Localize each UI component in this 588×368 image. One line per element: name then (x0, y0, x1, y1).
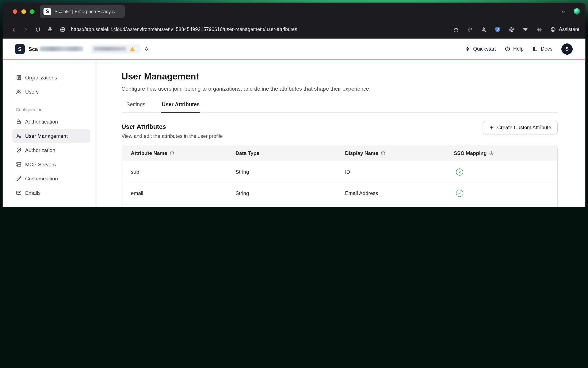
brush-icon (16, 175, 22, 182)
sso-mapping-cell (454, 190, 533, 197)
close-window-button[interactable] (13, 9, 17, 14)
copy-link-icon[interactable] (465, 24, 475, 35)
sidebar-item-authorization[interactable]: Authorization (12, 143, 91, 157)
section-subheading: View and edit the attributes in the user… (122, 133, 223, 139)
sso-mapping-cell (454, 168, 533, 175)
sidebar-section-label: Agent Connect (16, 207, 87, 207)
chevron-down-icon[interactable] (560, 9, 566, 14)
forward-button[interactable] (21, 24, 31, 35)
docs-button[interactable]: Docs (532, 46, 552, 52)
sidebar-item-label: Customization (25, 176, 58, 182)
sidebar-item-organizations[interactable]: Organizations (12, 70, 91, 84)
sidebar-item-label: Authentication (25, 119, 58, 125)
microphone-icon[interactable] (45, 24, 55, 35)
display-name-cell: ID (345, 169, 454, 175)
info-icon[interactable] (381, 151, 386, 156)
users-icon (16, 89, 22, 95)
assistant-icon (550, 26, 556, 32)
plus-icon (489, 125, 494, 130)
environment-name-redacted (94, 47, 126, 51)
book-icon (532, 46, 538, 52)
help-button[interactable]: Help (505, 46, 523, 52)
sidebar-item-authentication[interactable]: Authentication (12, 115, 91, 129)
info-icon[interactable] (169, 151, 174, 156)
main-content: User Management Configure how users join… (96, 60, 586, 207)
attributes-table: Attribute Name Data Type Display Name (122, 145, 558, 207)
scalekit-app: S Sca Quickstart Help (2, 38, 585, 207)
url-text[interactable]: https://app.scalekit.cloud/ws/environmen… (71, 27, 297, 32)
sidebar-item-users[interactable]: Users (12, 84, 91, 99)
back-button[interactable] (9, 24, 19, 35)
screen: S Scalekit | Enterprise Ready A https://… (0, 0, 588, 207)
page-title: User Management (122, 71, 558, 82)
sidebar-item-label: User Management (25, 133, 68, 139)
table-body: subStringIDemailStringEmail Addressgiven… (122, 161, 557, 207)
adblock-shield-icon[interactable] (492, 24, 503, 35)
column-data-type: Data Type (236, 150, 345, 156)
quickstart-button[interactable]: Quickstart (465, 46, 496, 52)
sso-mapped-icon (456, 190, 463, 197)
sidebar-section-label: Configuration (16, 106, 87, 112)
column-display-name: Display Name (345, 150, 454, 156)
window-controls (13, 9, 34, 14)
zoom-search-icon[interactable] (479, 24, 489, 35)
server-icon (16, 161, 22, 167)
reload-button[interactable] (33, 24, 43, 35)
shield-check-icon (16, 147, 22, 153)
workspace-name-redacted (40, 46, 83, 51)
assistant-button[interactable]: Assistant (550, 26, 579, 32)
tab-user-attributes[interactable]: User Attributes (161, 98, 200, 112)
site-globe-icon[interactable] (58, 25, 67, 34)
attribute-name-cell: email (122, 191, 235, 196)
environment-selector[interactable] (91, 44, 140, 53)
sidebar-item-label: Authorization (25, 147, 55, 153)
waveform-icon[interactable] (534, 24, 545, 35)
table-header: Attribute Name Data Type Display Name (122, 145, 557, 161)
user-gear-icon (16, 133, 22, 139)
help-circle-icon (505, 46, 511, 52)
sidebar-item-label: Users (25, 89, 39, 95)
sidebar-item-label: Organizations (25, 75, 57, 80)
tab-settings[interactable]: Settings (125, 98, 146, 112)
attribute-name-cell: sub (122, 169, 235, 175)
organizations-icon (16, 74, 22, 80)
sidebar-item-label: Emails (25, 190, 41, 196)
reader-filter-icon[interactable] (520, 24, 531, 35)
lock-icon (16, 119, 22, 125)
assistant-label: Assistant (559, 27, 579, 32)
table-row: subStringID (122, 161, 557, 183)
profile-sphere-icon[interactable] (574, 8, 580, 15)
browser-tab[interactable]: S Scalekit | Enterprise Ready A (40, 5, 125, 18)
mail-icon (16, 190, 22, 196)
tab-favicon: S (43, 8, 51, 15)
sidebar-item-label: MCP Servers (25, 161, 56, 167)
minimize-window-button[interactable] (21, 9, 26, 14)
display-name-cell: Email Address (345, 191, 454, 196)
zoom-window-button[interactable] (30, 9, 34, 14)
sidebar-item-customization[interactable]: Customization (12, 171, 91, 185)
sidebar-item-emails[interactable]: Emails (12, 186, 91, 200)
sidebar-item-user-management[interactable]: User Management (12, 129, 91, 143)
browser-window: S Scalekit | Enterprise Ready A https://… (2, 2, 585, 207)
data-type-cell: String (236, 169, 345, 175)
data-type-cell: String (236, 191, 345, 196)
browser-url-bar: https://app.scalekit.cloud/ws/environmen… (2, 20, 585, 38)
table-row: emailStringEmail Address (122, 183, 557, 204)
column-sso-mapping: SSO Mapping (454, 150, 533, 156)
extensions-puzzle-icon[interactable] (506, 24, 517, 35)
sidebar: OrganizationsUsersConfigurationAuthentic… (2, 60, 96, 207)
warning-triangle-icon (130, 46, 135, 51)
sidebar-item-mcp-servers[interactable]: MCP Servers (12, 157, 91, 171)
selector-chevrons-icon[interactable] (144, 46, 149, 52)
sso-mapped-icon (456, 168, 463, 175)
workspace-name: Sca (29, 46, 38, 52)
section-heading: User Attributes (122, 123, 223, 130)
user-avatar[interactable]: S (561, 43, 573, 54)
tab-title: Scalekit | Enterprise Ready A (54, 9, 121, 14)
create-custom-attribute-button[interactable]: Create Custom Attribute (483, 121, 558, 134)
column-attribute-name: Attribute Name (122, 150, 235, 156)
bookmark-star-icon[interactable] (451, 24, 461, 35)
tab-bar: Settings User Attributes (122, 98, 558, 112)
info-icon[interactable] (489, 151, 494, 156)
scalekit-logo: S (15, 44, 25, 54)
